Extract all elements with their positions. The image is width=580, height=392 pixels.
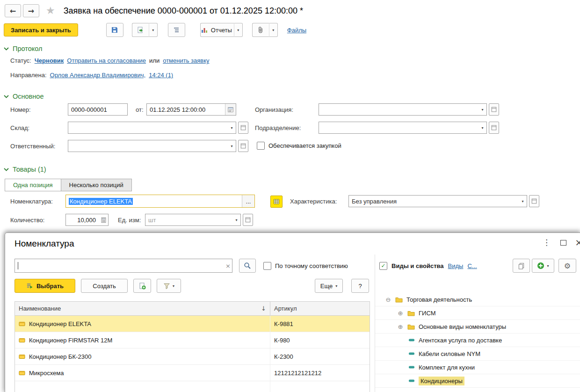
- characteristic-open-button[interactable]: [529, 195, 539, 207]
- procured-by-purchase-checkbox[interactable]: Обеспечивается закупкой: [257, 142, 341, 150]
- add-type-button[interactable]: ▾: [532, 259, 554, 273]
- sort-desc-icon: ↓: [261, 305, 266, 312]
- search-button[interactable]: [239, 259, 256, 273]
- more-button[interactable]: Еще ▾: [315, 279, 343, 293]
- maximize-icon[interactable]: [560, 240, 566, 246]
- settings-button[interactable]: ⚙: [558, 259, 576, 273]
- dialog-menu-dots-icon[interactable]: ⋮: [543, 239, 551, 247]
- protocol-section-header[interactable]: Протокол: [4, 45, 43, 52]
- expander-closed-icon[interactable]: ⊕: [397, 310, 404, 317]
- organization-combo[interactable]: ▾: [319, 103, 487, 116]
- date-field[interactable]: 01.12.2025 12:00:00: [146, 103, 236, 116]
- warehouse-combo[interactable]: ▾: [68, 122, 236, 134]
- document-structure-button[interactable]: [168, 23, 185, 37]
- calculator-icon[interactable]: [99, 214, 108, 225]
- post-document-menu-arrow[interactable]: ▾: [149, 23, 158, 37]
- exact-match-checkbox[interactable]: По точному соответствию: [263, 262, 348, 270]
- table-row[interactable]: Микросхема 12121212121212: [15, 365, 370, 381]
- filter-button[interactable]: ▾: [157, 279, 181, 293]
- goods-section-header[interactable]: Товары (1): [4, 166, 46, 173]
- responsible-open-button[interactable]: [238, 140, 248, 152]
- column-header-article[interactable]: Артикул: [270, 302, 370, 315]
- directed-time-link[interactable]: 14:24 (1): [149, 72, 173, 79]
- table-row[interactable]: Кондиционер FIRMSTAR 12М К-980: [15, 332, 370, 348]
- tree-item-selected[interactable]: Кондиционеры: [375, 374, 580, 388]
- warehouse-open-button[interactable]: [238, 122, 248, 134]
- chevron-down-icon[interactable]: ▾: [228, 122, 236, 133]
- responsible-combo[interactable]: ▾: [68, 140, 236, 152]
- help-button[interactable]: ?: [351, 279, 369, 293]
- calendar-icon[interactable]: [225, 104, 236, 115]
- tree-item[interactable]: Агентская услуга по доставке: [375, 334, 580, 347]
- clear-search-icon[interactable]: ×: [224, 259, 232, 272]
- send-for-approval-link[interactable]: Отправить на согласование: [67, 57, 146, 64]
- search-text[interactable]: [18, 262, 224, 270]
- checkbox-unchecked-icon: [263, 262, 271, 270]
- open-picker-icon: [240, 124, 246, 131]
- department-open-button[interactable]: [489, 122, 499, 134]
- reports-menu-arrow[interactable]: ▾: [234, 23, 243, 37]
- unit-combo[interactable]: шт ▾: [145, 214, 241, 226]
- open-picker-icon: [491, 106, 497, 113]
- dialog-search-input[interactable]: ×: [14, 259, 232, 273]
- goods-item-icon: [15, 354, 29, 359]
- dialog-title-bar: Номенклатура ⋮ ×: [5, 233, 580, 254]
- save-button[interactable]: [106, 23, 123, 37]
- files-link[interactable]: Файлы: [287, 27, 306, 34]
- post-document-button[interactable]: [132, 23, 149, 37]
- main-section-header[interactable]: Основное: [4, 93, 44, 100]
- back-button[interactable]: ←: [5, 4, 21, 17]
- chevron-down-icon[interactable]: ▾: [228, 140, 236, 152]
- tree-item-folder[interactable]: ⊕ ГИСМ: [375, 306, 580, 320]
- number-field[interactable]: 0000-000001: [68, 103, 128, 116]
- tree-item-folder[interactable]: ⊕ Основные виды номенклатуры: [375, 320, 580, 334]
- nomenclature-dialog: Номенклатура ⋮ × × По точному соответств…: [5, 232, 580, 392]
- reports-button[interactable]: Отчеты: [200, 23, 234, 37]
- views-link[interactable]: Виды: [448, 262, 464, 269]
- status-value-link[interactable]: Черновик: [35, 57, 64, 64]
- tab-single-position[interactable]: Одна позиция: [5, 179, 61, 191]
- types-panel-title: Виды и свойства: [392, 262, 444, 269]
- collapse-chevron-icon: [4, 168, 9, 171]
- attachments-menu-arrow[interactable]: ▾: [269, 23, 278, 37]
- column-header-name[interactable]: Наименование ↓: [15, 302, 270, 315]
- unit-open-button[interactable]: [243, 214, 253, 226]
- create-group-button[interactable]: [133, 279, 151, 293]
- characteristic-combo[interactable]: Без управления ▾: [348, 195, 527, 207]
- chevron-down-icon[interactable]: ▾: [478, 122, 486, 133]
- types-filter-checkbox[interactable]: ✓: [379, 262, 387, 270]
- select-button[interactable]: Выбрать: [14, 279, 75, 293]
- nomenclature-field[interactable]: Кондиционер ELEKTA ...: [65, 195, 255, 208]
- chevron-down-icon[interactable]: ▾: [519, 196, 527, 207]
- copy-button[interactable]: [513, 259, 530, 273]
- attachments-button[interactable]: [252, 23, 269, 37]
- expander-closed-icon[interactable]: ⊕: [397, 323, 404, 330]
- chevron-down-icon[interactable]: ▾: [232, 214, 240, 225]
- quantity-field[interactable]: 10,000: [65, 214, 109, 226]
- filter-funnel-icon: [163, 283, 170, 290]
- forward-button[interactable]: →: [23, 4, 39, 17]
- tree-item-folder[interactable]: ⊖ Торговая деятельность: [375, 293, 580, 306]
- favorite-star-icon[interactable]: ★: [46, 6, 55, 16]
- procured-checkbox-label: Обеспечивается закупкой: [268, 142, 341, 149]
- close-icon[interactable]: ×: [575, 238, 580, 247]
- tree-item[interactable]: Комплект для кухни: [375, 361, 580, 374]
- save-and-close-button[interactable]: Записать и закрыть: [4, 23, 78, 36]
- organization-open-button[interactable]: [489, 103, 499, 116]
- properties-link-truncated[interactable]: С...: [467, 262, 477, 269]
- chevron-down-icon[interactable]: ▾: [478, 104, 486, 115]
- expander-open-icon[interactable]: ⊖: [385, 296, 392, 303]
- cancel-request-link[interactable]: отменить заявку: [163, 57, 209, 64]
- department-combo[interactable]: ▾: [319, 122, 487, 134]
- new-document-icon: [138, 282, 146, 290]
- reports-button-label: Отчеты: [211, 27, 232, 34]
- tab-multiple-positions[interactable]: Несколько позиций: [61, 179, 132, 191]
- create-button[interactable]: Создать: [81, 279, 128, 293]
- directed-person-link[interactable]: Орлов Александр Владимирович,: [50, 72, 146, 79]
- copy-icon: [518, 262, 525, 269]
- pick-list-button[interactable]: [270, 196, 283, 208]
- table-row[interactable]: Кондиционер ELEKTA К-9881: [15, 316, 370, 332]
- table-row[interactable]: Кондиционер БК-2300 К-2300: [15, 348, 370, 365]
- tree-item[interactable]: Кабели силовые NYM: [375, 347, 580, 361]
- nomenclature-ellipsis-button[interactable]: ...: [242, 195, 254, 207]
